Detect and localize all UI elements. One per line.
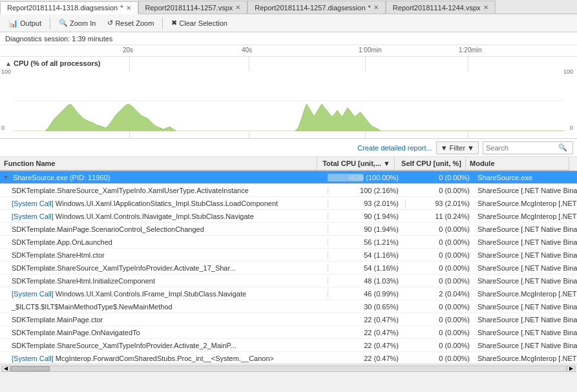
total-cpu-value: 48 (1.03%) bbox=[364, 277, 399, 285]
th-total-cpu[interactable]: Total CPU [unit,... ▼ bbox=[317, 157, 395, 170]
td-self-cpu: 0 (0.00%) bbox=[403, 313, 474, 326]
tab-diagsession-active[interactable]: Report20181114-1318.diagsession * ✕ bbox=[0, 1, 138, 14]
td-function-name: SDKTemplate.MainPage.OnNavigatedTo bbox=[0, 326, 325, 339]
function-name-text: SDKTemplate.ShareHtml.ctor bbox=[12, 251, 105, 259]
table-row[interactable]: ▼ ShareSource.exe (PID: 11960)4638 (100.… bbox=[0, 171, 577, 184]
td-module: ShareSource.exe bbox=[474, 171, 577, 184]
self-cpu-value: 0 (0.00%) bbox=[439, 277, 470, 285]
bottom-panel: Create detailed report... ▼ Filter ▼ 🔍 F… bbox=[0, 139, 577, 373]
tab-close-icon[interactable]: ✕ bbox=[235, 4, 240, 11]
table-row[interactable]: [System Call] Windows.UI.Xaml.Controls.I… bbox=[0, 210, 577, 223]
table-row[interactable]: SDKTemplate.MainPage.ScenarioControl_Sel… bbox=[0, 223, 577, 236]
table-row[interactable]: SDKTemplate.ShareHtml.ctor54 (1.16%)0 (0… bbox=[0, 249, 577, 262]
reset-zoom-button[interactable]: ↺ Reset Zoom bbox=[103, 16, 158, 30]
td-total-cpu: 4638 (100.00%) bbox=[325, 171, 403, 184]
td-module: ShareSource.McgInterop [.NET Nat bbox=[474, 287, 577, 300]
function-name-text: _$ILCT$.$ILT$MainMethodType$.NewMainMeth… bbox=[12, 303, 173, 311]
table-row[interactable]: _$ILCT$.$ILT$MainMethodType$.NewMainMeth… bbox=[0, 300, 577, 313]
scrollbar-thumb[interactable] bbox=[11, 366, 50, 371]
tab-close-icon[interactable]: ✕ bbox=[483, 4, 488, 11]
function-name-text: [System Call] Windows.UI.Xaml.IApplicati… bbox=[12, 200, 278, 207]
y-zero-right: 0 bbox=[570, 125, 573, 131]
td-total-cpu: 54 (1.16%) bbox=[325, 249, 403, 262]
tick-20s: 20s bbox=[123, 46, 133, 54]
table-row[interactable]: SDKTemplate.ShareSource_XamlTypeInfoProv… bbox=[0, 262, 577, 274]
td-module: ShareSource.McgInterop [.NET Nat bbox=[474, 210, 577, 223]
system-call-label: [System Call] bbox=[12, 290, 56, 298]
table-row[interactable]: SDKTemplate.ShareSource_XamlTypeInfoProv… bbox=[0, 339, 577, 352]
function-name-text: SDKTemplate.App.OnLaunched bbox=[12, 238, 112, 246]
clear-selection-button[interactable]: ✖ Clear Selection bbox=[167, 16, 232, 30]
total-cpu-bar bbox=[328, 238, 328, 246]
total-cpu-value: 93 (2.01%) bbox=[364, 200, 399, 207]
zoom-in-button[interactable]: 🔍 Zoom In bbox=[54, 16, 100, 30]
function-name-text: SDKTemplate.ShareSource_XamlTypeInfo.Xam… bbox=[12, 187, 249, 194]
td-function-name: SDKTemplate.App.OnLaunched bbox=[0, 236, 325, 249]
self-cpu-value: 2 (0.04%) bbox=[439, 290, 470, 298]
system-call-label: [System Call] bbox=[12, 200, 56, 207]
td-self-cpu: 0 (0.00%) bbox=[403, 262, 474, 274]
total-cpu-value: 100 (2.16%) bbox=[360, 187, 399, 194]
tab-vspx-1244[interactable]: Report20181114-1244.vspx ✕ bbox=[386, 1, 496, 14]
total-cpu-value: 30 (0.65%) bbox=[364, 303, 399, 311]
tab-modified: * bbox=[368, 4, 371, 12]
cpu-section: ▲ CPU (% of all processors) 100 0 100 0 bbox=[0, 57, 577, 139]
scrollbar-track[interactable] bbox=[10, 366, 567, 372]
th-self-cpu: Self CPU [unit, %] bbox=[395, 157, 466, 170]
td-total-cpu: 90 (1.94%) bbox=[325, 210, 403, 223]
total-cpu-value: 22 (0.47%) bbox=[364, 316, 399, 324]
tab-diagsession-1257[interactable]: Report20181114-1257.diagsession * ✕ bbox=[247, 1, 386, 14]
table-row[interactable]: SDKTemplate.ShareSource_XamlTypeInfo.Xam… bbox=[0, 184, 577, 197]
function-name-text: SDKTemplate.ShareSource_XamlTypeInfoProv… bbox=[12, 264, 236, 272]
table-row[interactable]: [System Call] McgInterop.ForwardComShare… bbox=[0, 352, 577, 364]
search-input[interactable] bbox=[486, 144, 557, 152]
function-name-text: [System Call] Windows.UI.Xaml.Controls.I… bbox=[12, 212, 254, 220]
total-cpu-value: 22 (0.47%) bbox=[364, 355, 399, 362]
td-function-name: SDKTemplate.ShareHtml.ctor bbox=[0, 249, 325, 262]
td-module: ShareSource [.NET Native Binary: S bbox=[474, 339, 577, 352]
output-button[interactable]: 📊 Output bbox=[4, 16, 46, 30]
tab-label: Report20181114-1257.vspx bbox=[145, 4, 233, 12]
th-function-name: Function Name bbox=[0, 157, 317, 170]
td-function-name: _$ILCT$.$ILT$MainMethodType$.NewMainMeth… bbox=[0, 300, 325, 313]
session-bar: Diagnostics session: 1:39 minutes bbox=[0, 32, 577, 45]
total-cpu-bar bbox=[328, 251, 328, 259]
self-cpu-value: 0 (0.00%) bbox=[439, 342, 470, 349]
session-label: Diagnostics session: 1:39 minutes bbox=[5, 35, 112, 43]
table-row[interactable]: [System Call] Windows.UI.Xaml.Controls.I… bbox=[0, 287, 577, 300]
table-row[interactable]: [System Call] Windows.UI.Xaml.IApplicati… bbox=[0, 197, 577, 210]
table-row[interactable]: SDKTemplate.MainPage.OnNavigatedTo22 (0.… bbox=[0, 326, 577, 339]
td-self-cpu: 0 (0.00%) bbox=[403, 171, 474, 184]
scroll-left-arrow[interactable]: ◀ bbox=[1, 366, 10, 372]
create-report-link[interactable]: Create detailed report... bbox=[357, 144, 432, 152]
tab-close-icon[interactable]: ✕ bbox=[126, 5, 131, 12]
td-total-cpu: 22 (0.47%) bbox=[325, 339, 403, 352]
td-function-name: [System Call] Windows.UI.Xaml.Controls.I… bbox=[0, 287, 325, 300]
tab-close-icon[interactable]: ✕ bbox=[373, 4, 379, 11]
td-total-cpu: 48 (1.03%) bbox=[325, 274, 403, 287]
filter-button[interactable]: ▼ Filter ▼ bbox=[436, 141, 479, 154]
table-row[interactable]: SDKTemplate.App.OnLaunched56 (1.21%)0 (0… bbox=[0, 236, 577, 249]
table-row[interactable]: SDKTemplate.MainPage.ctor22 (0.47%)0 (0.… bbox=[0, 313, 577, 326]
td-module: ShareSource.McgInterop [.NET Nat bbox=[474, 352, 577, 364]
scroll-right-arrow[interactable]: ▶ bbox=[567, 366, 576, 372]
function-name-text: SDKTemplate.MainPage.ScenarioControl_Sel… bbox=[12, 225, 204, 233]
td-module: ShareSource [.NET Native Binary: S bbox=[474, 223, 577, 236]
search-box[interactable]: 🔍 bbox=[483, 141, 573, 154]
td-total-cpu: 90 (1.94%) bbox=[325, 223, 403, 236]
tab-label: Report20181114-1257.diagsession bbox=[255, 4, 365, 12]
td-module: ShareSource [.NET Native Binary: S bbox=[474, 236, 577, 249]
expand-icon[interactable]: ▼ bbox=[3, 174, 9, 181]
output-icon: 📊 bbox=[8, 19, 18, 28]
tab-vspx-1257[interactable]: Report20181114-1257.vspx ✕ bbox=[138, 1, 248, 14]
td-total-cpu: 93 (2.01%) bbox=[325, 197, 403, 210]
horizontal-scrollbar[interactable]: ◀ ▶ bbox=[0, 364, 577, 373]
self-cpu-value: 0 (0.00%) bbox=[439, 264, 470, 272]
table-row[interactable]: SDKTemplate.ShareHtml.InitializeComponen… bbox=[0, 274, 577, 287]
cpu-label: ▲ CPU (% of all processors) bbox=[5, 59, 100, 67]
td-self-cpu: 0 (0.00%) bbox=[403, 236, 474, 249]
td-self-cpu: 93 (2.01%) bbox=[403, 197, 474, 210]
tick-40s: 40s bbox=[242, 46, 252, 54]
zoom-in-icon: 🔍 bbox=[59, 19, 68, 27]
total-cpu-value: 22 (0.47%) bbox=[364, 342, 399, 349]
